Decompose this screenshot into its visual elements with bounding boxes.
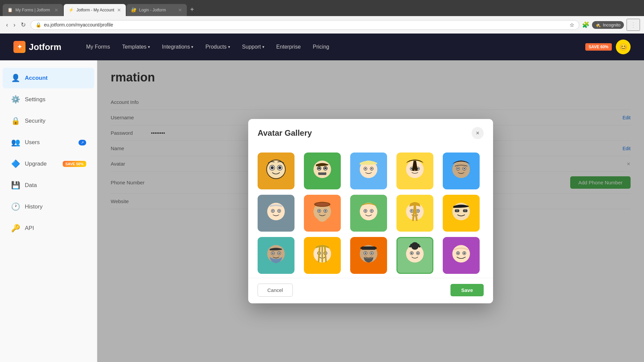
back-button[interactable]: ‹: [4, 20, 10, 30]
svg-point-45: [371, 210, 373, 212]
svg-point-44: [365, 210, 366, 212]
nav-support[interactable]: Support ▾: [237, 41, 269, 53]
header-right: SAVE 60% 😊: [585, 40, 631, 54]
avatar-item-13[interactable]: [350, 237, 387, 274]
nav-enterprise[interactable]: Enterprise: [272, 41, 306, 53]
modal-close-button[interactable]: ×: [472, 127, 484, 139]
avatar-item-7[interactable]: [304, 195, 341, 232]
extensions-button[interactable]: 🧩: [582, 21, 589, 28]
reload-button[interactable]: ↻: [19, 20, 28, 30]
svg-point-91: [457, 252, 459, 254]
save-button[interactable]: Save: [450, 284, 484, 296]
nav-products[interactable]: Products ▾: [201, 41, 234, 53]
upgrade-badge: SAVE 50%: [63, 161, 86, 167]
avatar-item-2[interactable]: [304, 153, 341, 189]
nav-my-forms[interactable]: My Forms: [82, 41, 115, 53]
tab-my-forms[interactable]: 📋 My Forms | Jotform ✕: [3, 4, 63, 16]
svg-point-28: [464, 168, 465, 170]
star-icon[interactable]: ☆: [570, 22, 574, 28]
incognito-badge: 🕵️ Incognito: [592, 21, 624, 29]
svg-point-33: [278, 210, 280, 212]
avatar-img-14: [399, 240, 431, 271]
tab-close-2[interactable]: ✕: [117, 7, 121, 13]
tab-login[interactable]: 🔐 Login - Jotform ✕: [126, 4, 187, 16]
avatar-item-8[interactable]: [350, 195, 387, 232]
main-content: rmation Account Info Username Edit Passw…: [97, 60, 644, 362]
avatar-img-5: [445, 155, 477, 187]
nav-integrations[interactable]: Integrations ▾: [157, 41, 198, 53]
svg-point-5: [278, 166, 281, 169]
avatar-item-11[interactable]: [258, 237, 294, 274]
svg-point-1: [267, 161, 285, 178]
nav-products-label: Products: [205, 44, 226, 50]
tab-close-1[interactable]: ✕: [54, 7, 58, 13]
sidebar-item-account[interactable]: 👤 Account: [3, 68, 94, 88]
forward-button[interactable]: ›: [11, 20, 17, 30]
tab-favicon-2: ⚡: [68, 7, 74, 13]
account-icon: 👤: [11, 74, 20, 82]
svg-point-49: [411, 210, 413, 212]
avatar-item-10[interactable]: [443, 195, 480, 232]
avatar-item-3[interactable]: [350, 153, 387, 189]
site-header: ✦ Jotform My Forms Templates ▾ Integrati…: [0, 34, 644, 60]
nav-pricing[interactable]: Pricing: [308, 41, 334, 53]
avatar-item-1[interactable]: [258, 153, 294, 189]
browser-menu-button[interactable]: ⋮: [627, 19, 640, 31]
svg-point-86: [409, 246, 411, 248]
data-icon: 💾: [11, 181, 20, 190]
svg-point-75: [371, 252, 373, 254]
new-tab-button[interactable]: +: [187, 4, 197, 15]
avatar-img-1: [260, 155, 292, 187]
avatar-img-6: [260, 197, 292, 229]
sidebar: 👤 Account ⚙️ Settings 🔒 Security 👥 Users…: [0, 60, 97, 362]
avatar-img-12: [307, 240, 338, 271]
sidebar-item-data[interactable]: 💾 Data: [3, 175, 94, 196]
security-icon: 🔒: [11, 117, 20, 125]
svg-point-50: [417, 210, 419, 212]
avatar-img-8: [353, 197, 384, 229]
avatar-item-6[interactable]: [258, 195, 294, 232]
user-avatar-button[interactable]: 😊: [616, 40, 631, 54]
tab-my-account[interactable]: ⚡ Jotform - My Account ✕: [64, 4, 126, 16]
nav-buttons: ‹ › ↻: [4, 20, 28, 30]
avatar-item-9[interactable]: [396, 195, 433, 232]
svg-rect-13: [318, 173, 326, 175]
save-badge[interactable]: SAVE 60%: [585, 43, 612, 51]
svg-point-81: [411, 252, 413, 254]
settings-icon: ⚙️: [11, 95, 20, 104]
svg-point-18: [371, 168, 373, 170]
content-area: 👤 Account ⚙️ Settings 🔒 Security 👥 Users…: [0, 60, 644, 362]
url-input[interactable]: [44, 22, 567, 27]
svg-point-32: [272, 210, 274, 212]
avatar-item-15[interactable]: [443, 237, 480, 274]
svg-point-4: [271, 166, 274, 169]
sidebar-item-history[interactable]: 🕐 History: [3, 196, 94, 217]
avatar-gallery-modal: Avatar Gallery ×: [248, 119, 493, 303]
sidebar-item-security[interactable]: 🔒 Security: [3, 111, 94, 131]
browser-tabs: 📋 My Forms | Jotform ✕ ⚡ Jotform - My Ac…: [0, 0, 644, 16]
cancel-button[interactable]: Cancel: [258, 284, 293, 297]
nav-templates[interactable]: Templates ▾: [117, 41, 155, 53]
sidebar-item-upgrade[interactable]: 🔷 Upgrade SAVE 50%: [3, 154, 94, 174]
sidebar-item-users[interactable]: 👥 Users ↗: [3, 132, 94, 153]
sidebar-item-settings[interactable]: ⚙️ Settings: [3, 89, 94, 110]
avatar-item-4[interactable]: [396, 153, 433, 189]
modal-overlay[interactable]: Avatar Gallery ×: [97, 60, 644, 362]
nav-integrations-label: Integrations: [162, 44, 190, 50]
svg-point-61: [272, 252, 274, 254]
avatar-img-4: [399, 155, 431, 187]
svg-rect-77: [361, 247, 377, 249]
avatar-item-5[interactable]: [443, 153, 480, 189]
svg-point-82: [417, 252, 419, 254]
tab-title-1: My Forms | Jotform: [15, 8, 52, 12]
users-badge: ↗: [78, 140, 86, 145]
tab-close-3[interactable]: ✕: [178, 7, 182, 13]
logo-area[interactable]: ✦ Jotform: [13, 41, 61, 53]
avatar-item-12[interactable]: [304, 237, 341, 274]
page: ✦ Jotform My Forms Templates ▾ Integrati…: [0, 34, 644, 362]
sidebar-item-api[interactable]: 🔑 API: [3, 218, 94, 239]
address-bar[interactable]: 🔒 ☆: [31, 20, 579, 30]
avatar-img-15: [445, 240, 477, 271]
sidebar-settings-label: Settings: [25, 96, 45, 103]
avatar-item-14[interactable]: [396, 237, 433, 274]
